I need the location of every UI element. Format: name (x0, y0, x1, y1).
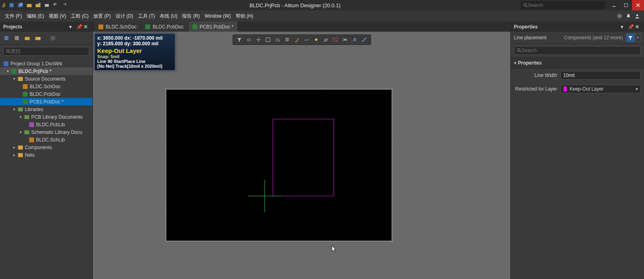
minimize-button[interactable] (608, 0, 620, 10)
tree-pcblib-folder[interactable]: ▾PCB Library Documents (0, 113, 92, 121)
svg-rect-10 (624, 4, 628, 7)
window-title: BLDC.PrjPcb - Altium Designer (20.0.1) (69, 2, 521, 8)
panel-pin-icon[interactable]: 📌 (628, 24, 634, 30)
line-width-label: Line Width (514, 73, 557, 78)
ab-line-icon[interactable] (359, 35, 369, 44)
ab-grid-icon[interactable] (283, 35, 292, 44)
menu-reports[interactable]: 报告 (R) (180, 11, 202, 21)
quick-redo-icon[interactable] (60, 1, 68, 9)
tb-settings-icon[interactable] (49, 34, 57, 42)
properties-search[interactable] (514, 46, 641, 55)
hud-y: y: 2185.000 dy: 300.000 mil (97, 41, 173, 46)
ab-distribute-icon[interactable] (340, 35, 350, 44)
prop-restricted-layer: Restricted for Layer Keep-Out Layer ▾ (511, 82, 644, 96)
menu-tools[interactable]: 工具 (T) (136, 11, 158, 21)
menu-help[interactable]: 帮助 (H) (233, 11, 256, 21)
tb-add-folder-icon[interactable]: + (34, 34, 42, 42)
ab-clear-icon[interactable] (331, 35, 340, 44)
tree-nets-folder[interactable]: ▸Nets (0, 151, 92, 159)
svg-text:A: A (353, 37, 357, 42)
ab-route-icon[interactable] (292, 35, 302, 44)
tree-schlib-folder[interactable]: ▾Schematic Library Docu (0, 128, 92, 136)
tree-doc[interactable]: BLDC.PcbLib (0, 121, 92, 128)
menu-file[interactable]: 文件 (F) (2, 11, 24, 21)
hud-status: Line 90 StartPlace Line (97, 59, 173, 64)
ab-text-icon[interactable]: A (350, 35, 359, 44)
hud-snap: Snap: 5mil (97, 54, 173, 59)
ab-move-icon[interactable] (254, 35, 263, 44)
quick-save-icon[interactable] (8, 1, 16, 9)
settings-icon[interactable] (615, 12, 624, 20)
projects-tree: Project Group 1.DsnWrk ▾BLDC.PrjPcb * ▾S… (0, 58, 92, 279)
menu-route[interactable]: 布线 (U) (157, 11, 180, 21)
quick-undo-icon[interactable] (52, 1, 60, 9)
panel-close-icon[interactable]: ✕ (635, 24, 641, 30)
quick-save-all-icon[interactable] (16, 1, 24, 9)
filter-expand-button[interactable]: ▾ (635, 33, 641, 42)
tree-doc-selected[interactable]: PCB1.PcbDoc * (0, 98, 92, 105)
menu-design[interactable]: 设计 (D) (113, 11, 136, 21)
pcb-viewport[interactable] (167, 90, 391, 241)
menu-window[interactable]: Window (W) (202, 12, 233, 20)
quick-open-project-icon[interactable] (34, 1, 42, 9)
quick-print-icon[interactable] (43, 1, 51, 9)
tree-doc[interactable]: BLDC.PcbDoc (0, 90, 92, 98)
close-button[interactable] (632, 0, 644, 10)
ab-selrect-icon[interactable] (263, 35, 273, 44)
tree-doc[interactable]: BLDC.SchDoc (0, 83, 92, 90)
tree-source-folder[interactable]: ▾Source Documents (0, 75, 92, 83)
tb-open-folder-icon[interactable] (23, 34, 31, 42)
filter-button[interactable] (626, 33, 635, 42)
notifications-icon[interactable] (624, 12, 633, 20)
mouse-cursor-icon (331, 245, 336, 253)
svg-point-7 (524, 4, 527, 6)
tree-project[interactable]: ▾BLDC.PrjPcb * (0, 67, 92, 75)
mode-right-label[interactable]: Components (and 12 more) (564, 35, 623, 40)
line-width-field[interactable] (560, 71, 641, 80)
menu-view[interactable]: 视图 (V) (46, 11, 68, 21)
titlebar-search[interactable] (521, 1, 605, 9)
svg-line-52 (362, 38, 366, 42)
ab-layers-icon[interactable] (321, 35, 331, 44)
svg-rect-5 (38, 3, 40, 5)
menu-project[interactable]: 工程 (C) (68, 11, 91, 21)
panel-dropdown-icon[interactable]: ▾ (621, 24, 626, 30)
tab-pcb1-active[interactable]: PCB1.PcbDoc * (189, 22, 238, 32)
pcb-icon (145, 24, 150, 29)
ab-net-icon[interactable] (302, 35, 311, 44)
tab-schdoc[interactable]: BLDC.SchDoc (94, 22, 140, 32)
user-icon[interactable] (633, 12, 642, 20)
ab-highlight-icon[interactable] (311, 35, 321, 44)
tree-group[interactable]: Project Group 1.DsnWrk (0, 60, 92, 67)
properties-section-header[interactable]: ▾Properties (511, 57, 644, 69)
titlebar-search-input[interactable] (528, 2, 602, 8)
properties-panel: Properties ▾ 📌 ✕ Line placement Componen… (510, 22, 644, 279)
tb-save-icon[interactable] (2, 34, 10, 42)
svg-rect-35 (266, 38, 270, 42)
ab-filter-icon[interactable] (235, 35, 244, 44)
tree-libraries-folder[interactable]: ▾Libraries (0, 105, 92, 113)
panel-close-icon[interactable]: ✕ (84, 24, 89, 30)
tab-pcbdoc[interactable]: BLDC.PcbDoc (141, 22, 187, 32)
svg-rect-2 (19, 3, 23, 6)
svg-line-21 (618, 17, 619, 18)
menu-edit[interactable]: 编辑 (E) (24, 11, 46, 21)
tree-components-folder[interactable]: ▸Components (0, 144, 92, 151)
tree-doc[interactable]: BLDC.SchLib (0, 136, 92, 144)
cursor-crosshair (248, 180, 282, 212)
panel-dropdown-icon[interactable]: ▾ (69, 24, 75, 30)
canvas-wrap[interactable]: x: 3650.000 dx: -1870.000 mil y: 2185.00… (93, 32, 510, 279)
line-width-input[interactable] (563, 73, 638, 78)
ab-select-icon[interactable] (244, 35, 254, 44)
projects-search[interactable] (3, 47, 89, 56)
quick-open-icon[interactable] (25, 1, 33, 9)
menu-place[interactable]: 放置 (P) (91, 11, 113, 21)
properties-search-input[interactable] (522, 48, 638, 53)
ab-align-icon[interactable] (273, 35, 283, 44)
panel-pin-icon[interactable]: 📌 (76, 24, 82, 30)
tb-compile-icon[interactable] (13, 34, 21, 42)
projects-search-input[interactable] (11, 49, 86, 54)
maximize-button[interactable] (620, 0, 632, 10)
heads-up-display: x: 3650.000 dx: -1870.000 mil y: 2185.00… (94, 33, 175, 71)
restricted-layer-field[interactable]: Keep-Out Layer ▾ (560, 85, 641, 93)
